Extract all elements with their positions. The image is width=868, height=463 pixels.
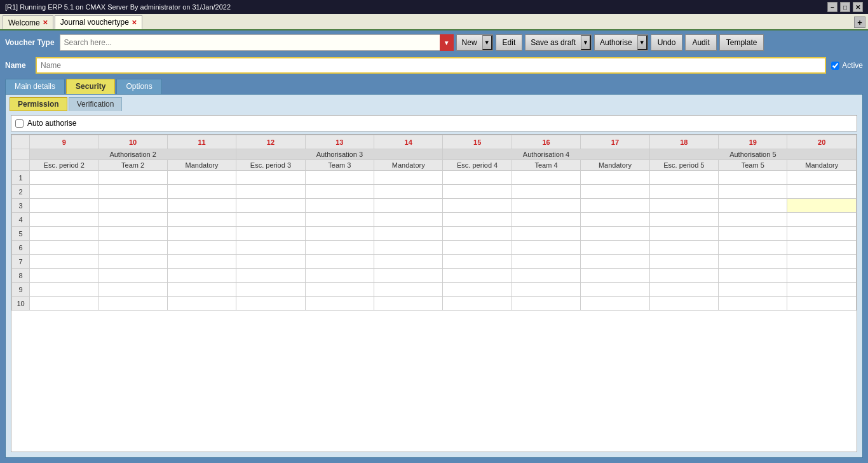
table-cell[interactable]	[374, 213, 443, 227]
table-cell[interactable]	[236, 199, 305, 213]
tab-main-details[interactable]: Main details	[5, 79, 65, 94]
table-cell[interactable]	[98, 213, 167, 227]
table-cell[interactable]	[443, 213, 512, 227]
table-cell[interactable]	[443, 255, 512, 269]
table-cell[interactable]	[649, 283, 718, 297]
sub-tab-verification[interactable]: Verification	[69, 97, 123, 111]
search-dropdown-button[interactable]: ▼	[440, 34, 454, 51]
authorise-button[interactable]: Authorise	[595, 35, 637, 50]
table-cell[interactable]	[167, 297, 236, 311]
table-cell[interactable]	[305, 241, 374, 255]
table-cell[interactable]	[649, 185, 718, 199]
table-cell[interactable]	[719, 171, 787, 185]
table-cell[interactable]	[374, 171, 443, 185]
table-cell[interactable]	[374, 185, 443, 199]
table-cell[interactable]	[581, 227, 649, 241]
table-cell[interactable]	[649, 241, 718, 255]
table-cell[interactable]	[30, 269, 98, 283]
auto-authorise-checkbox[interactable]	[15, 119, 24, 128]
table-cell[interactable]	[649, 227, 718, 241]
table-cell[interactable]	[305, 171, 374, 185]
table-cell[interactable]	[581, 241, 649, 255]
table-cell[interactable]	[581, 199, 649, 213]
table-cell[interactable]	[787, 185, 857, 199]
table-cell[interactable]	[305, 255, 374, 269]
table-cell[interactable]	[374, 283, 443, 297]
table-cell[interactable]	[443, 283, 512, 297]
table-cell[interactable]	[98, 255, 167, 269]
table-cell[interactable]	[581, 255, 649, 269]
table-cell[interactable]	[30, 227, 98, 241]
table-cell[interactable]	[30, 297, 98, 311]
table-cell[interactable]	[787, 269, 857, 283]
table-cell[interactable]	[305, 199, 374, 213]
table-cell[interactable]	[512, 241, 580, 255]
table-cell[interactable]	[98, 227, 167, 241]
save-draft-dropdown-arrow[interactable]: ▼	[581, 35, 591, 50]
table-cell[interactable]	[98, 283, 167, 297]
tab-security[interactable]: Security	[66, 79, 115, 94]
search-input[interactable]	[60, 34, 454, 51]
table-cell[interactable]	[374, 269, 443, 283]
table-cell[interactable]	[581, 185, 649, 199]
table-cell[interactable]	[443, 199, 512, 213]
table-cell[interactable]	[649, 171, 718, 185]
table-cell[interactable]	[719, 227, 787, 241]
table-cell[interactable]	[719, 297, 787, 311]
table-cell[interactable]	[512, 227, 580, 241]
table-cell[interactable]	[98, 171, 167, 185]
permission-grid[interactable]: 9 10 11 12 13 14 15 16 17 18 19 20	[11, 134, 857, 452]
table-cell[interactable]	[512, 255, 580, 269]
table-cell[interactable]	[649, 269, 718, 283]
table-cell[interactable]	[649, 297, 718, 311]
table-cell[interactable]	[787, 199, 857, 213]
audit-button[interactable]: Audit	[685, 34, 716, 51]
table-cell[interactable]	[98, 241, 167, 255]
table-cell[interactable]	[719, 213, 787, 227]
table-cell[interactable]	[719, 199, 787, 213]
table-cell[interactable]	[236, 283, 305, 297]
table-cell[interactable]	[443, 269, 512, 283]
table-cell[interactable]	[581, 213, 649, 227]
table-cell[interactable]	[719, 269, 787, 283]
table-cell[interactable]	[236, 255, 305, 269]
edit-button[interactable]: Edit	[496, 34, 523, 51]
table-cell[interactable]	[167, 227, 236, 241]
table-cell[interactable]	[581, 171, 649, 185]
table-cell[interactable]	[305, 185, 374, 199]
table-cell[interactable]	[649, 255, 718, 269]
table-cell[interactable]	[305, 297, 374, 311]
table-cell[interactable]	[30, 171, 98, 185]
table-cell[interactable]	[443, 241, 512, 255]
table-cell[interactable]	[30, 185, 98, 199]
table-cell[interactable]	[374, 297, 443, 311]
table-cell[interactable]	[581, 297, 649, 311]
table-cell[interactable]	[581, 269, 649, 283]
table-cell[interactable]	[98, 185, 167, 199]
tab-welcome-close[interactable]: ✕	[43, 19, 48, 26]
table-cell[interactable]	[787, 227, 857, 241]
tab-journal-close[interactable]: ✕	[132, 19, 137, 26]
table-cell[interactable]	[787, 241, 857, 255]
table-cell[interactable]	[30, 199, 98, 213]
table-cell[interactable]	[305, 213, 374, 227]
authorise-dropdown-arrow[interactable]: ▼	[637, 35, 648, 50]
table-cell[interactable]	[305, 227, 374, 241]
table-cell[interactable]	[98, 297, 167, 311]
table-cell[interactable]	[649, 199, 718, 213]
table-cell[interactable]	[167, 269, 236, 283]
table-cell[interactable]	[787, 297, 857, 311]
table-cell[interactable]	[167, 255, 236, 269]
table-cell[interactable]	[98, 269, 167, 283]
tab-journal-vouchertype[interactable]: Journal vouchertype ✕	[55, 15, 142, 29]
close-button[interactable]: ✕	[853, 2, 863, 12]
new-button[interactable]: New	[457, 35, 482, 50]
table-cell[interactable]	[443, 171, 512, 185]
table-cell[interactable]	[443, 297, 512, 311]
table-cell[interactable]	[236, 227, 305, 241]
table-cell[interactable]	[167, 283, 236, 297]
active-checkbox[interactable]	[831, 62, 839, 70]
table-cell[interactable]	[443, 185, 512, 199]
table-cell[interactable]	[236, 213, 305, 227]
table-cell[interactable]	[719, 255, 787, 269]
